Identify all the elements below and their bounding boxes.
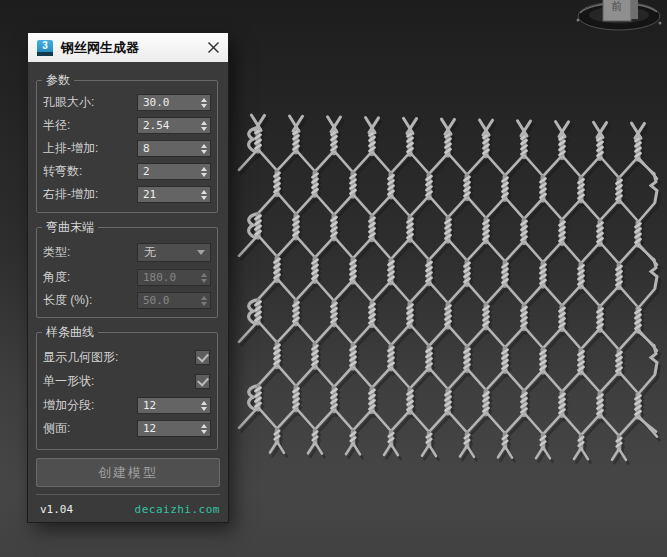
type-dropdown[interactable]: 无 (137, 243, 211, 262)
group-spline-title: 样条曲线 (42, 325, 98, 340)
row-right-add: 右排-增加: 21 (43, 186, 211, 203)
group-bend-ends-title: 弯曲末端 (42, 220, 98, 235)
group-parameters: 参数 孔眼大小: 30.0 半径: 2.54 上排-增加: 8 (36, 80, 218, 213)
row-type: 类型: 无 (43, 243, 211, 262)
spinner-arrows[interactable] (197, 424, 210, 434)
checkmark-icon (197, 350, 209, 362)
close-icon[interactable] (207, 41, 220, 54)
viewcube-cube-side (631, 0, 638, 19)
add-segments-spinner[interactable]: 12 (137, 397, 211, 414)
sides-label: 侧面: (43, 420, 70, 437)
viewcube-front-label: 前 (611, 0, 623, 12)
chevron-down-icon (197, 250, 205, 255)
top-add-label: 上排-增加: (43, 140, 98, 157)
row-turns: 转弯数: 2 (43, 163, 211, 180)
3dsmax-icon: 3 (37, 40, 53, 56)
add-segments-label: 增加分段: (43, 397, 94, 414)
right-add-label: 右排-增加: (43, 186, 98, 203)
version-label: v1.04 (40, 503, 73, 516)
show-geometry-checkbox[interactable] (195, 350, 210, 365)
compass-tick-west (577, 19, 580, 22)
sides-spinner[interactable]: 12 (137, 420, 211, 437)
website-link[interactable]: decaizhi.com (135, 503, 220, 516)
mesh-size-label: 孔眼大小: (43, 94, 94, 111)
spinner-arrows (197, 296, 210, 306)
row-single-shape: 单一形状: (43, 373, 211, 389)
spinner-arrows[interactable] (197, 98, 210, 108)
angle-label: 角度: (43, 269, 70, 286)
create-model-button[interactable]: 创建模型 (36, 458, 220, 487)
single-shape-label: 单一形状: (43, 373, 94, 390)
wire-mesh-generator-dialog: 3 钢丝网生成器 参数 孔眼大小: 30.0 半径: 2.54 (28, 33, 228, 522)
spinner-arrows[interactable] (197, 121, 210, 131)
row-top-add: 上排-增加: 8 (43, 140, 211, 157)
length-label: 长度 (%): (43, 292, 92, 309)
spinner-arrows[interactable] (197, 190, 210, 200)
group-spline: 样条曲线 显示几何图形: 单一形状: 增加分段: 12 (36, 332, 218, 450)
footer-divider (36, 494, 220, 495)
right-add-spinner[interactable]: 21 (137, 186, 211, 203)
viewcube[interactable]: 前 (571, 0, 667, 48)
dialog-title: 钢丝网生成器 (61, 39, 139, 57)
row-length: 长度 (%): 50.0 (43, 292, 211, 309)
radius-label: 半径: (43, 117, 70, 134)
checkmark-icon (197, 374, 209, 386)
angle-spinner[interactable]: 180.0 (137, 269, 211, 286)
spinner-arrows[interactable] (197, 144, 210, 154)
group-parameters-title: 参数 (42, 73, 74, 88)
turns-spinner[interactable]: 2 (137, 163, 211, 180)
row-sides: 侧面: 12 (43, 420, 211, 437)
dialog-titlebar[interactable]: 3 钢丝网生成器 (28, 33, 228, 62)
spinner-arrows[interactable] (197, 401, 210, 411)
type-label: 类型: (43, 244, 70, 261)
top-add-spinner[interactable]: 8 (137, 140, 211, 157)
single-shape-checkbox[interactable] (195, 374, 210, 389)
group-bend-ends: 弯曲末端 类型: 无 角度: 180.0 长度 (%): 50.0 (36, 227, 218, 318)
turns-label: 转弯数: (43, 163, 82, 180)
radius-spinner[interactable]: 2.54 (137, 117, 211, 134)
length-spinner[interactable]: 50.0 (137, 292, 211, 309)
row-angle: 角度: 180.0 (43, 269, 211, 286)
row-show-geometry: 显示几何图形: (43, 349, 211, 365)
row-mesh-size: 孔眼大小: 30.0 (43, 94, 211, 111)
spinner-arrows (197, 273, 210, 283)
show-geometry-label: 显示几何图形: (43, 349, 118, 366)
spinner-arrows[interactable] (197, 167, 210, 177)
wire-mesh-render (244, 102, 667, 467)
compass-tick-east (659, 22, 662, 25)
mesh-size-spinner[interactable]: 30.0 (137, 94, 211, 111)
row-radius: 半径: 2.54 (43, 117, 211, 134)
dialog-footer: v1.04 decaizhi.com (40, 501, 220, 517)
row-add-segments: 增加分段: 12 (43, 397, 211, 414)
